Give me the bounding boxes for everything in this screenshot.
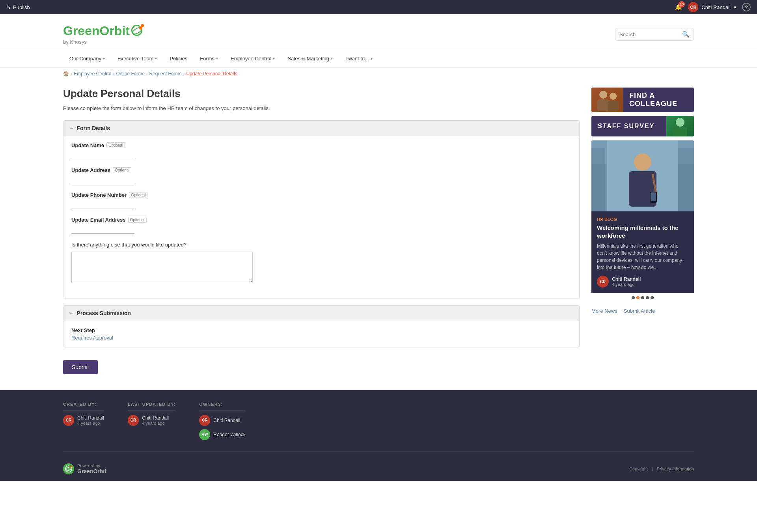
blog-actions: More News Submit Article [591,306,694,316]
process-submission-section: − Process Submission Next Step Requires … [63,305,580,347]
logo: GreenOrbit [63,24,144,38]
help-icon[interactable]: ? [742,3,751,11]
breadcrumb-current: Update Personal Details [186,71,237,77]
main-content: Update Personal Details Please complete … [0,80,757,390]
logo-green: Green [63,24,99,38]
page-description: Please complete the form below to inform… [63,105,580,112]
breadcrumb-employee-central[interactable]: Employee Central [74,71,111,77]
nav-item-executive-team[interactable]: Executive Team ▾ [111,50,164,67]
anything-else-textarea[interactable] [71,252,253,283]
collapse-icon[interactable]: − [70,310,73,317]
optional-badge: Optional [129,192,147,198]
user-dropdown-arrow[interactable]: ▾ [734,4,736,10]
owner2-avatar: RW [199,429,210,440]
breadcrumb: 🏠 › Employee Central › Online Forms › Re… [0,68,757,80]
logo-orbit-icon [131,25,144,37]
submit-button[interactable]: Submit [63,360,98,374]
textarea-label: Is there anything else that you would li… [71,242,571,248]
nav-arrow: ▾ [216,56,218,61]
nav-item-forms[interactable]: Forms ▾ [194,50,224,67]
footer-creator: CR Chiti Randall 4 years ago [63,415,104,426]
svg-point-2 [599,91,607,99]
survey-image [666,116,694,136]
dot-1[interactable] [632,296,635,299]
process-section-body: Next Step Requires Approval [63,321,579,347]
svg-point-4 [610,93,617,100]
main-nav: Our Company ▾ Executive Team ▾ Policies … [0,50,757,68]
logo-subtitle: by Knosys [63,39,144,45]
nav-item-i-want-to[interactable]: I want to... ▾ [339,50,379,67]
blog-title[interactable]: Welcoming millennials to the workforce [597,224,688,239]
updater-name: Chiti Randall [142,415,169,421]
svg-rect-15 [651,192,656,201]
find-colleague-text: FIND A COLLEAGUE [623,91,694,108]
site-header: GreenOrbit by Knosys 🔍 [0,14,757,50]
notification-bell[interactable]: 🔔 13 [674,3,682,11]
update-name-label: Update Name Optional [71,142,571,148]
footer-updater: CR Chiti Randall 4 years ago [128,415,175,426]
logo-area[interactable]: GreenOrbit by Knosys [63,24,144,45]
more-news-link[interactable]: More News [591,308,617,314]
author-avatar: CR [597,276,609,287]
breadcrumb-sep: › [183,71,185,77]
footer-created-by: CREATED BY: CR Chiti Randall 4 years ago [63,402,104,443]
nav-item-policies[interactable]: Policies [163,50,194,67]
process-submission-header: − Process Submission [63,306,579,321]
update-name-input[interactable] [71,150,134,159]
submit-article-link[interactable]: Submit Article [624,308,655,314]
form-details-section: − Form Details Update Name Optional Upda… [63,120,580,299]
blog-card: HR BLOG Welcoming millennials to the wor… [591,140,694,302]
owner1-avatar: CR [199,415,210,426]
footer-logo: Powered by GreenOrbit [63,463,106,474]
update-email-label: Update Email Address Optional [71,217,571,223]
nav-item-employee-central[interactable]: Employee Central ▾ [224,50,281,67]
breadcrumb-online-forms[interactable]: Online Forms [116,71,144,77]
privacy-link[interactable]: Privacy Information [657,467,694,471]
nav-item-our-company[interactable]: Our Company ▾ [63,50,111,67]
update-address-input[interactable] [71,175,134,184]
nav-item-sales-marketing[interactable]: Sales & Marketing ▾ [281,50,339,67]
breadcrumb-sep: › [146,71,147,77]
owner2-name: Rodger Witlock [213,432,245,437]
search-input[interactable] [619,32,680,37]
update-email-input[interactable] [71,224,134,234]
nav-arrow: ▾ [273,56,275,61]
find-colleague-banner[interactable]: FIND A COLLEAGUE [591,88,694,112]
dot-4[interactable] [646,296,649,299]
update-phone-field: Update Phone Number Optional [71,192,571,209]
dot-3[interactable] [641,296,644,299]
search-icon[interactable]: 🔍 [682,31,690,38]
update-phone-input[interactable] [71,200,134,209]
search-box[interactable]: 🔍 [615,28,694,41]
staff-survey-banner[interactable]: STAFF SURVEY [591,116,694,136]
footer-updated-by: LAST UPDATED BY: CR Chiti Randall 4 year… [128,402,175,443]
site-footer: CREATED BY: CR Chiti Randall 4 years ago… [0,390,757,481]
content-right: FIND A COLLEAGUE STAFF SURVEY [591,88,694,374]
blog-dots [591,293,694,302]
next-step-label: Next Step [71,327,571,333]
update-email-field: Update Email Address Optional [71,217,571,234]
svg-rect-17 [678,148,694,211]
creator-avatar: CR [63,415,74,426]
find-colleague-image [591,88,623,112]
collapse-icon[interactable]: − [70,125,73,132]
svg-rect-5 [608,101,619,111]
dot-2[interactable] [636,296,640,299]
breadcrumb-request-forms[interactable]: Request Forms [149,71,181,77]
blog-image [591,140,694,211]
content-left: Update Personal Details Please complete … [63,88,580,374]
publish-label[interactable]: Publish [13,4,30,10]
updater-avatar: CR [128,415,139,426]
update-name-field: Update Name Optional [71,142,571,159]
top-bar-right: 🔔 13 CR Chiti Randall ▾ ? [674,2,751,12]
updated-by-label: LAST UPDATED BY: [128,402,175,407]
svg-point-1 [139,26,142,30]
dot-5[interactable] [651,296,654,299]
publish-area[interactable]: ✎ Publish [6,4,30,10]
svg-point-20 [70,465,72,467]
home-icon[interactable]: 🏠 [63,71,69,77]
user-area[interactable]: CR Chiti Randall ▾ [688,2,736,12]
anything-else-field: Is there anything else that you would li… [71,242,571,284]
optional-badge: Optional [106,142,125,148]
copyright-text: Copyright [629,467,648,471]
